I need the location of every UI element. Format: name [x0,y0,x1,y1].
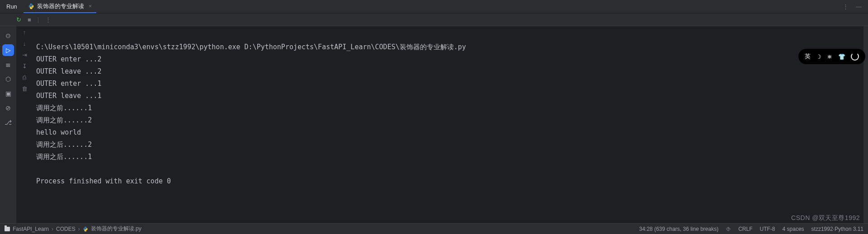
file-encoding[interactable]: UTF-8 [760,226,775,232]
console-line: OUTER leave ...2 [36,67,102,75]
rerun-icon[interactable]: ↻ [16,16,21,23]
python-file-icon [28,3,34,9]
python-console-button[interactable]: ⊙ [2,30,14,42]
breadcrumb-folder[interactable]: CODES [56,226,75,232]
run-tab[interactable]: 装饰器的专业解读 × [24,0,97,13]
run-tool-window-header: Run 装饰器的专业解读 × ⋮ — [0,0,868,14]
toolbar-separator: | [38,16,39,23]
up-stack-icon[interactable]: ↑ [23,29,26,36]
toolbar-more-icon[interactable]: ⋮ [45,16,51,23]
git-button[interactable]: ⎇ [2,117,14,128]
soft-wrap-icon[interactable]: ⇥ [22,51,27,58]
line-separator[interactable]: CRLF [738,226,752,232]
tab-title: 装饰器的专业解读 [37,2,84,10]
console-line: 调用之前......2 [36,116,92,124]
console-line: OUTER enter ...2 [36,55,102,63]
scroll-to-end-icon[interactable]: ↧ [22,63,27,70]
more-options-icon[interactable]: ⋮ [843,3,849,10]
run-toolbar: ↻ ■ | ⋮ [0,14,868,26]
console-line: C:\Users\10501\miniconda3\envs\stzz1992\… [36,43,466,51]
swirl-icon[interactable] [851,52,859,61]
console-line: Process finished with exit code 0 [36,177,171,185]
cursor-position[interactable]: 34:28 (639 chars, 36 line breaks) [639,226,718,232]
console-line: OUTER enter ...1 [36,80,102,88]
services-button[interactable]: ⬡ [2,73,14,85]
console-line: 调用之前......1 [36,104,92,112]
console-line: OUTER leave ...1 [36,92,102,100]
breadcrumbs[interactable]: FastAPI_Learn › CODES › 装饰器的专业解读.py [5,225,142,233]
terminal-button[interactable]: ▣ [2,88,14,99]
svg-point-0 [30,4,31,4]
breadcrumb-sep: › [52,226,53,232]
ime-language-icon[interactable]: 英 [805,52,811,61]
run-button[interactable]: ▷ [2,44,14,56]
structure-button[interactable]: ≣ [2,59,14,70]
status-bar: FastAPI_Learn › CODES › 装饰器的专业解读.py 34:2… [0,223,868,234]
run-panel-label: Run [0,0,24,13]
console-gutter: ↑ ↓ ⇥ ↧ ⎙ 🗑 [16,26,33,223]
breadcrumb-sep: › [78,226,80,232]
svg-point-1 [32,8,32,9]
person-icon[interactable]: ⛯ [827,53,833,60]
console-output[interactable]: C:\Users\10501\miniconda3\envs\stzz1992\… [33,26,868,223]
print-icon[interactable]: ⎙ [23,74,26,81]
stop-icon[interactable]: ■ [28,16,31,23]
python-file-icon [83,226,88,232]
breadcrumb-file[interactable]: 装饰器的专业解读.py [91,225,142,233]
close-tab-icon[interactable]: × [89,3,92,9]
console-line: 调用之后......2 [36,140,92,149]
console-line: hello world [36,128,81,136]
console-line: 调用之后......1 [36,153,92,161]
down-stack-icon[interactable]: ↓ [23,40,26,47]
moon-icon[interactable]: ☽ [816,53,821,60]
project-folder-icon [5,227,10,231]
left-tool-rail: ⊙ ▷ ≣ ⬡ ▣ ⊘ ⎇ [0,26,16,223]
clear-all-icon[interactable]: 🗑 [22,85,28,92]
readonly-lock-icon[interactable]: ⯑ [726,226,731,232]
problems-button[interactable]: ⊘ [2,102,14,114]
minimize-panel-icon[interactable]: — [856,3,862,10]
breadcrumb-project[interactable]: FastAPI_Learn [13,226,49,232]
indent-setting[interactable]: 4 spaces [783,226,804,232]
ime-floating-bar[interactable]: 英 ☽ ⛯ 👕 [798,49,865,64]
main-area: ⊙ ▷ ≣ ⬡ ▣ ⊘ ⎇ ↑ ↓ ⇥ ↧ ⎙ 🗑 C:\Users\10501… [0,26,868,223]
shirt-icon[interactable]: 👕 [838,53,845,60]
python-interpreter[interactable]: stzz1992·Python 3.11 [811,226,863,232]
